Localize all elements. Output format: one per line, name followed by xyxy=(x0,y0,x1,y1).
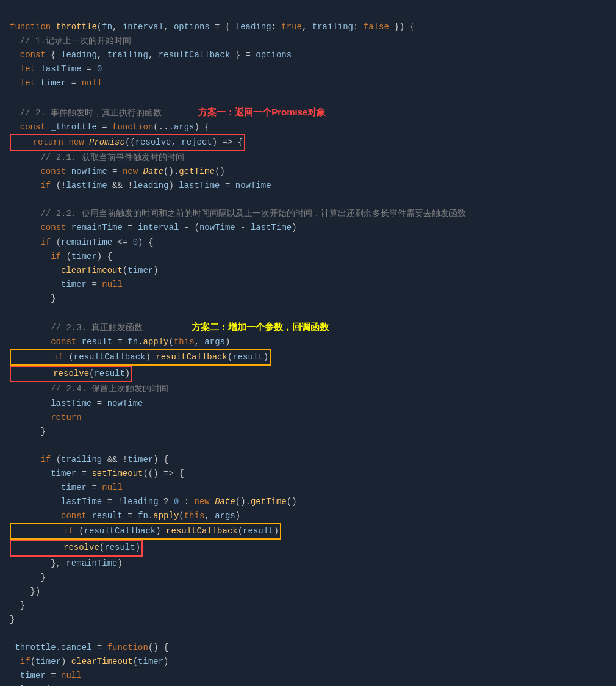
line-5: let timer = null xyxy=(10,78,102,88)
line-12: if (!lastTime && !leading) lastTime = no… xyxy=(10,181,271,190)
line-39: } xyxy=(10,572,46,582)
line-23: const result = fn.apply(this, args) xyxy=(10,337,230,347)
line-10: // 2.1. 获取当前事件触发时的时间 xyxy=(10,153,184,162)
code-editor: function throttle(fn, interval, options … xyxy=(10,6,606,686)
line-46: timer = null xyxy=(10,671,82,681)
line-19: timer = null xyxy=(10,280,123,289)
line-24: if (resultCallback) resultCallback(resul… xyxy=(10,352,271,362)
line-36: if (resultCallback) resultCallback(resul… xyxy=(10,526,281,536)
line-41: } xyxy=(10,601,25,610)
line-14: // 2.2. 使用当前触发的时间和之前的时间间隔以及上一次开始的时间，计算出还… xyxy=(10,209,466,218)
line-9: return new Promise((resolve, reject) => … xyxy=(10,137,245,147)
line-11: const nowTime = new Date().getTime() xyxy=(10,167,225,176)
line-22: // 2.3. 真正触发函数方案二：增加一个参数，回调函数 xyxy=(10,323,329,333)
line-20: } xyxy=(10,294,56,303)
line-40: }) xyxy=(10,587,40,596)
line-45: if(timer) clearTimeout(timer) xyxy=(10,657,169,666)
line-27: lastTime = nowTime xyxy=(10,399,143,408)
line-31: if (trailing && !timer) { xyxy=(10,455,169,464)
line-33: timer = null xyxy=(10,483,123,493)
line-44: _throttle.cancel = function() { xyxy=(10,643,169,652)
line-37: resolve(result) xyxy=(10,543,143,552)
line-16: if (remainTime <= 0) { xyxy=(10,237,153,247)
line-8: const _throttle = function(...args) { xyxy=(10,122,210,132)
line-38: }, remainTime) xyxy=(10,558,123,568)
line-35: const result = fn.apply(this, args) xyxy=(10,511,240,521)
line-2: // 1.记录上一次的开始时间 xyxy=(10,36,131,46)
line-34: lastTime = !leading ? 0 : new Date().get… xyxy=(10,497,297,507)
line-32: timer = setTimeout(() => { xyxy=(10,469,184,478)
line-18: clearTimeout(timer) xyxy=(10,265,159,275)
line-1: function throttle(fn, interval, options … xyxy=(10,22,415,32)
line-25: resolve(result) xyxy=(10,369,132,378)
line-17: if (timer) { xyxy=(10,251,112,261)
line-3: const { leading, trailing, resultCallbac… xyxy=(10,50,292,60)
line-29: } xyxy=(10,427,46,436)
line-15: const remainTime = interval - (nowTime -… xyxy=(10,223,297,233)
line-42: } xyxy=(10,615,15,624)
line-28: return xyxy=(10,413,82,422)
line-4: let lastTime = 0 xyxy=(10,64,102,74)
line-7: // 2. 事件触发时，真正执行的函数方案一：返回一个Promise对象 xyxy=(10,108,326,118)
line-26: // 2.4. 保留上次触发的时间 xyxy=(10,384,168,394)
